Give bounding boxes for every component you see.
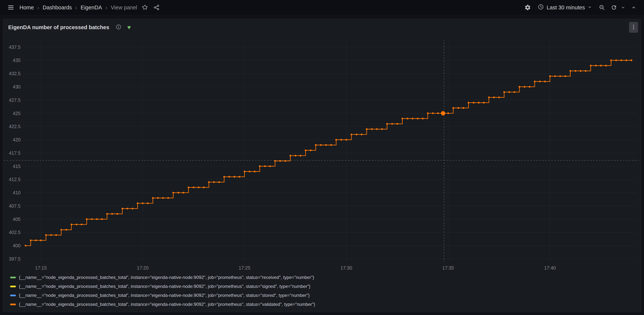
series-point	[412, 118, 413, 119]
top-nav: Home›Dashboards›EigenDA›View panel	[0, 0, 644, 15]
series-point	[40, 240, 42, 241]
panel-title[interactable]: EigenDA number of processed batches	[8, 24, 109, 30]
x-axis-tick-label: 17:35	[442, 265, 454, 270]
y-axis-tick-label: 430	[13, 84, 20, 90]
series-point	[570, 70, 571, 72]
series-point	[60, 229, 62, 231]
y-axis-tick-label: 402.5	[9, 230, 20, 235]
series-point	[493, 96, 495, 98]
series-point	[152, 197, 154, 199]
series-point	[167, 197, 169, 199]
series-point	[544, 80, 546, 82]
series-point	[447, 112, 449, 114]
series-point	[630, 60, 632, 61]
refresh-interval-dropdown-button[interactable]	[619, 2, 627, 14]
series-point	[223, 176, 225, 178]
series-point	[294, 155, 296, 156]
legend-item-stored[interactable]: {__name__="node_eigenda_processed_batche…	[10, 292, 637, 299]
panel-header: EigenDA number of processed batches ♥	[3, 19, 641, 36]
series-point	[432, 112, 434, 114]
y-axis-tick-label: 425	[13, 111, 20, 116]
series-point	[86, 218, 88, 220]
series-point	[315, 144, 316, 146]
y-axis-tick-label: 412.5	[9, 177, 20, 182]
breadcrumb-item-home[interactable]: Home	[20, 4, 34, 11]
legend-item-validated[interactable]: {__name__="node_eigenda_processed_batche…	[10, 300, 637, 308]
series-point	[132, 208, 133, 209]
series-point	[269, 165, 271, 167]
series-point	[361, 134, 362, 135]
refresh-icon	[611, 4, 617, 11]
series-point	[218, 181, 220, 183]
collapse-controls-button[interactable]	[628, 2, 639, 14]
series-point	[534, 80, 536, 82]
legend-swatch	[10, 277, 16, 278]
y-axis-tick-label: 400	[13, 243, 20, 248]
x-axis-tick-label: 17:30	[340, 265, 352, 270]
series-point	[626, 60, 627, 61]
panel-info-icon[interactable]	[116, 24, 122, 31]
x-axis-tick-label: 17:25	[238, 265, 250, 270]
time-range-picker[interactable]: Last 30 minutes	[534, 2, 595, 14]
series-point	[610, 60, 612, 61]
series-point	[290, 155, 291, 156]
x-axis-tick-label: 17:40	[544, 265, 556, 270]
series-point	[335, 139, 337, 140]
refresh-dashboard-button[interactable]	[609, 2, 619, 14]
y-axis-tick-label: 422.5	[9, 124, 20, 129]
series-point	[524, 86, 525, 88]
breadcrumb-item-eigenda[interactable]: EigenDA	[80, 4, 102, 11]
series-point	[172, 192, 174, 194]
legend-label: {__name__="node_eigenda_processed_batche…	[19, 293, 310, 298]
timeseries-chart[interactable]: 397.5400402.5405407.5410412.5415417.5420…	[3, 36, 641, 273]
time-range-label: Last 30 minutes	[546, 4, 585, 11]
series-point	[142, 202, 144, 204]
zoom-out-time-button[interactable]	[596, 2, 608, 14]
panel-menu-button[interactable]	[629, 22, 638, 33]
series-point	[147, 202, 149, 204]
series-point	[122, 208, 123, 209]
series-point	[473, 102, 474, 104]
legend-label: {__name__="node_eigenda_processed_batche…	[19, 284, 310, 289]
share-dashboard-button[interactable]	[151, 2, 162, 14]
legend-item-signed[interactable]: {__name__="node_eigenda_processed_batche…	[10, 283, 637, 290]
series-point	[45, 234, 47, 236]
series-point	[458, 107, 459, 109]
legend-item-received[interactable]: {__name__="node_eigenda_processed_batche…	[10, 274, 637, 281]
series-point	[590, 65, 592, 66]
series-point	[518, 86, 520, 88]
series-point	[366, 128, 368, 130]
series-point	[356, 134, 357, 135]
series-point	[106, 213, 108, 215]
y-axis-tick-label: 437.5	[9, 44, 20, 50]
legend-swatch	[10, 294, 16, 296]
series-point	[340, 139, 342, 140]
series-point	[371, 128, 373, 130]
series-point	[264, 165, 266, 167]
series-point	[549, 76, 551, 77]
share-alt-icon	[153, 4, 160, 11]
series-point	[417, 118, 418, 119]
y-axis-tick-label: 407.5	[9, 203, 20, 208]
series-point	[25, 245, 26, 246]
series-point	[422, 118, 424, 119]
series-point	[116, 213, 118, 215]
hamburger-menu-button[interactable]	[5, 2, 17, 14]
series-point	[249, 170, 250, 172]
favorite-dashboard-button[interactable]	[139, 2, 151, 14]
series-point	[529, 86, 530, 88]
breadcrumb-item-dashboards[interactable]: Dashboards	[43, 4, 72, 11]
series-point	[325, 144, 327, 146]
series-point	[310, 150, 312, 151]
highlighted-series-point	[441, 111, 445, 116]
dashboard-settings-button[interactable]	[522, 2, 534, 14]
series-point	[162, 197, 164, 199]
series-point	[96, 218, 98, 220]
y-axis-tick-label: 427.5	[9, 98, 20, 103]
breadcrumb-item-view-panel: View panel	[111, 4, 137, 11]
series-point	[198, 186, 200, 188]
series-point	[508, 91, 510, 93]
series-point	[386, 123, 388, 125]
y-axis-tick-label: 405	[13, 216, 20, 222]
series-point	[330, 144, 332, 146]
